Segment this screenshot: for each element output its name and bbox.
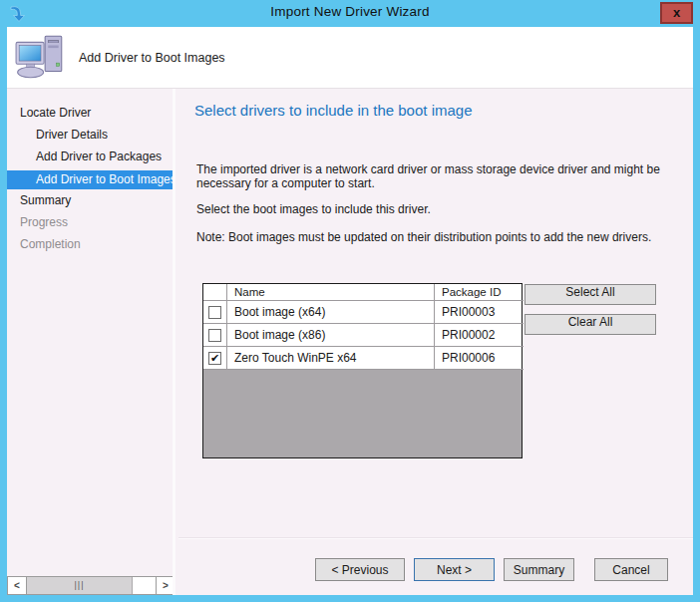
scrollbar-track[interactable] (133, 577, 156, 594)
row-name: Boot image (x86) (227, 324, 435, 347)
table-header-checkbox-col (203, 284, 227, 301)
row-name: Zero Touch WinPE x64 (227, 347, 435, 370)
step-add-driver-to-boot-images[interactable]: Add Driver to Boot Images (7, 170, 173, 189)
previous-button[interactable]: < Previous (315, 558, 405, 581)
sidebar-horizontal-scrollbar[interactable]: < ||| > (7, 576, 175, 595)
wizard-body: Locate Driver Driver Details Add Driver … (7, 89, 693, 595)
select-all-button[interactable]: Select All (525, 284, 656, 305)
wizard-step-title: Add Driver to Boot Images (79, 51, 225, 65)
row-name: Boot image (x64) (227, 301, 435, 324)
row-checkbox[interactable] (208, 306, 221, 319)
row-package-id: PRI00003 (435, 301, 524, 324)
page-heading: Select drivers to include in the boot im… (194, 102, 473, 119)
wizard-steps-sidebar: Locate Driver Driver Details Add Driver … (7, 89, 175, 595)
table-header-package-id: Package ID (435, 284, 524, 301)
wizard-page: Select drivers to include in the boot im… (178, 89, 693, 595)
description-line-1: The imported driver is a network card dr… (196, 162, 695, 190)
close-button[interactable]: x (660, 2, 693, 24)
table-empty-area (203, 370, 522, 457)
next-button[interactable]: Next > (414, 558, 495, 581)
cancel-button[interactable]: Cancel (594, 558, 668, 581)
wizard-header: Add Driver to Boot Images (7, 27, 693, 89)
clear-all-button[interactable]: Clear All (525, 314, 656, 335)
row-checkbox[interactable]: ✔ (208, 352, 221, 365)
row-package-id: PRI00006 (435, 347, 524, 370)
table-row[interactable]: Boot image (x86) PRI00002 (203, 324, 522, 347)
table-row[interactable]: ✔ Zero Touch WinPE x64 PRI00006 (203, 347, 522, 370)
step-completion: Completion (7, 234, 173, 256)
row-checkbox[interactable] (208, 329, 221, 342)
import-new-driver-wizard-window: Import New Driver Wizard x Add Driver to… (0, 0, 700, 602)
page-description: The imported driver is a network card dr… (196, 162, 695, 244)
step-summary[interactable]: Summary (7, 190, 173, 212)
scrollbar-grip-icon: ||| (74, 581, 84, 590)
summary-button[interactable]: Summary (504, 558, 574, 581)
step-driver-details[interactable]: Driver Details (7, 125, 173, 147)
table-header-name: Name (227, 284, 435, 301)
scrollbar-right-arrow[interactable]: > (156, 577, 175, 594)
description-line-2: Select the boot images to include this d… (196, 202, 695, 216)
description-note: Note: Boot images must be updated on the… (196, 230, 695, 244)
table-header-row: Name Package ID (203, 284, 522, 301)
step-progress: Progress (7, 212, 173, 234)
computer-icon (14, 32, 68, 86)
table-row[interactable]: Boot image (x64) PRI00003 (203, 301, 522, 324)
step-locate-driver[interactable]: Locate Driver (7, 103, 173, 125)
step-add-driver-to-packages[interactable]: Add Driver to Packages (7, 147, 173, 168)
wizard-steps-list: Locate Driver Driver Details Add Driver … (7, 103, 173, 256)
scrollbar-thumb[interactable]: ||| (27, 577, 133, 594)
window-title: Import New Driver Wizard (0, 4, 700, 19)
titlebar: Import New Driver Wizard x (0, 0, 700, 27)
boot-images-table: Name Package ID Boot image (x64) PRI0000… (202, 283, 523, 458)
scrollbar-left-arrow[interactable]: < (8, 577, 27, 594)
footer-divider (178, 537, 693, 539)
row-package-id: PRI00002 (435, 324, 524, 347)
